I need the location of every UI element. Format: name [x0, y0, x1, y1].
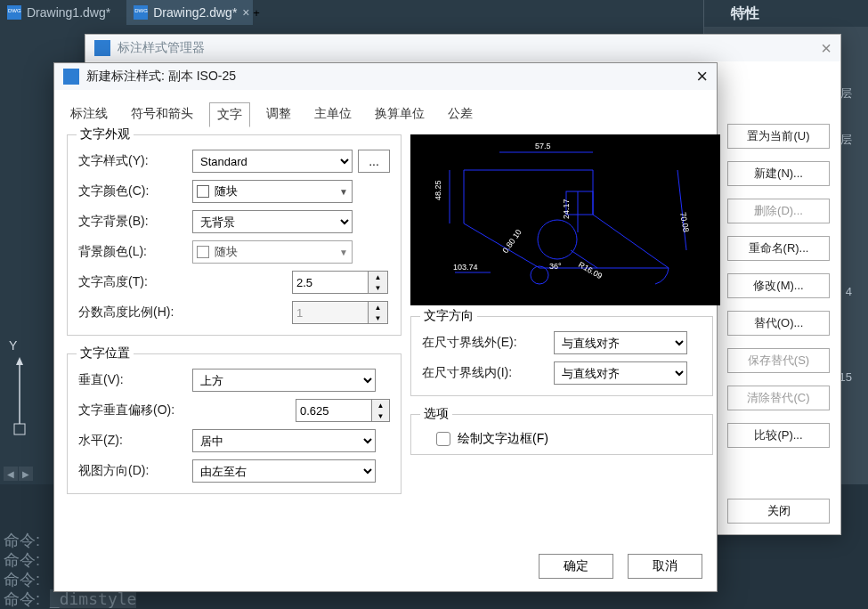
spin-up-icon[interactable]: ▲: [372, 400, 389, 410]
close-icon[interactable]: ×: [696, 65, 708, 88]
svg-rect-2: [14, 424, 25, 434]
text-options-group: 选项 绘制文字边框(F): [410, 414, 713, 455]
dialog-title: 标注样式管理器: [118, 40, 205, 56]
text-background-select[interactable]: 无背景: [192, 210, 353, 233]
tab-symbols-arrows[interactable]: 符号和箭头: [124, 102, 200, 127]
tab-label: Drawing1.dwg*: [27, 5, 110, 20]
draw-text-border-label: 绘制文字边框(F): [458, 431, 548, 447]
rename-button[interactable]: 重命名(R)...: [727, 236, 830, 261]
bg-color-combo[interactable]: 随块 ▼: [192, 240, 353, 264]
outside-extline-select[interactable]: 与直线对齐: [554, 331, 687, 354]
close-icon[interactable]: ×: [821, 38, 831, 59]
dwg-icon: [134, 5, 148, 20]
tab-fit[interactable]: 调整: [259, 102, 298, 127]
dwg-icon: [7, 5, 21, 20]
text-style-label: 文字样式(Y):: [78, 153, 192, 169]
outside-extline-label: 在尺寸界线外(E):: [422, 335, 554, 351]
text-height-label: 文字高度(T):: [78, 274, 192, 290]
text-offset-label: 文字垂直偏移(O):: [78, 402, 221, 418]
view-direction-label: 视图方向(D):: [78, 463, 192, 479]
svg-line-9: [677, 170, 686, 250]
vertical-select[interactable]: 上方: [192, 369, 376, 392]
bg-color-label: 背景颜色(L):: [78, 244, 192, 260]
tab-text[interactable]: 文字: [209, 102, 250, 127]
text-offset-input[interactable]: [296, 399, 372, 422]
close-icon[interactable]: ×: [242, 5, 249, 20]
panel-header: 特性: [704, 0, 868, 27]
text-height-input[interactable]: [292, 271, 369, 294]
new-tab-button[interactable]: +: [253, 6, 260, 20]
tab-primary-units[interactable]: 主单位: [307, 102, 359, 127]
inside-extline-select[interactable]: 与直线对齐: [554, 361, 687, 385]
group-legend: 选项: [420, 406, 452, 422]
fraction-height-input: [292, 301, 369, 324]
dialog-title: 新建标注样式: 副本 ISO-25: [86, 69, 236, 85]
horizontal-select[interactable]: 居中: [192, 429, 376, 452]
svg-text:24.17: 24.17: [562, 199, 571, 219]
vertical-label: 垂直(V):: [78, 372, 192, 388]
tab-alt-units[interactable]: 换算单位: [368, 102, 432, 127]
text-style-browse-button[interactable]: ...: [358, 150, 390, 173]
ucs-axis: Y: [9, 338, 45, 444]
text-background-label: 文字背景(B):: [78, 214, 192, 230]
command-input[interactable]: 命令: _dimstyle: [0, 589, 868, 609]
tab-lines[interactable]: 标注线: [63, 102, 115, 127]
svg-text:36°: 36°: [549, 262, 562, 271]
close-button[interactable]: 关闭: [727, 499, 830, 524]
y-axis-label: Y: [9, 338, 45, 353]
tab-drawing2[interactable]: Drawing2.dwg* ×: [126, 0, 253, 25]
spin-down-icon[interactable]: ▼: [369, 282, 387, 293]
horizontal-label: 水平(Z):: [78, 433, 192, 449]
tab-label: Drawing2.dwg*: [153, 5, 237, 20]
tab-drawing1[interactable]: Drawing1.dwg*: [0, 0, 126, 25]
dialog-tabs: 标注线 符号和箭头 文字 调整 主单位 换算单位 公差: [54, 90, 717, 127]
modify-button[interactable]: 修改(M)...: [727, 273, 830, 298]
svg-text:70.08: 70.08: [678, 212, 691, 233]
svg-text:57.5: 57.5: [535, 142, 551, 150]
scroll-left-icon[interactable]: ◀: [4, 467, 18, 481]
compare-button[interactable]: 比较(P)...: [727, 423, 830, 448]
ok-button[interactable]: 确定: [539, 554, 613, 579]
svg-point-4: [531, 266, 548, 284]
clear-override-button[interactable]: 清除替代(C): [727, 386, 830, 410]
panel-title: 特性: [731, 4, 759, 23]
group-legend: 文字位置: [77, 345, 134, 361]
override-button[interactable]: 替代(O)...: [727, 311, 830, 336]
dialog-footer: 确定 取消: [539, 554, 702, 579]
save-override-button[interactable]: 保存替代(S): [727, 348, 830, 373]
delete-button[interactable]: 删除(D)...: [727, 199, 830, 223]
fraction-height-spinner: ▲▼: [292, 301, 390, 324]
group-legend: 文字方向: [420, 308, 477, 324]
svg-text:0.80 10: 0.80 10: [500, 228, 523, 255]
cancel-button[interactable]: 取消: [628, 554, 702, 579]
text-color-combo[interactable]: 随块 ▼: [192, 180, 353, 203]
text-offset-spinner[interactable]: ▲▼: [296, 399, 390, 422]
text-style-select[interactable]: Standard: [192, 150, 353, 173]
svg-marker-1: [16, 357, 23, 365]
fraction-height-label: 分数高度比例(H):: [78, 304, 192, 321]
tab-tolerances[interactable]: 公差: [441, 102, 480, 127]
spin-down-icon: ▼: [369, 313, 387, 323]
set-current-button[interactable]: 置为当前(U): [727, 124, 830, 149]
spin-down-icon[interactable]: ▼: [372, 410, 389, 421]
dimension-preview: 57.5 48.25 24.17 70.08 103.74 R16.09 0.8…: [410, 134, 720, 305]
scroll-right-icon[interactable]: ▶: [19, 467, 33, 481]
svg-text:103.74: 103.74: [453, 263, 478, 272]
draw-text-border-checkbox[interactable]: [436, 432, 450, 446]
text-direction-group: 文字方向 在尺寸界线外(E): 与直线对齐 在尺寸界线内(I): 与直线对齐: [410, 316, 713, 396]
chevron-down-icon: ▼: [339, 187, 348, 197]
new-button[interactable]: 新建(N)...: [727, 161, 830, 186]
text-appearance-group: 文字外观 文字样式(Y): Standard ... 文字颜色(C): 随块 ▼: [67, 134, 402, 336]
text-color-label: 文字颜色(C):: [78, 183, 192, 199]
titlebar: 标注样式管理器 ×: [85, 35, 840, 61]
titlebar: 新建标注样式: 副本 ISO-25 ×: [54, 63, 717, 90]
spin-up-icon[interactable]: ▲: [369, 272, 387, 282]
text-height-spinner[interactable]: ▲▼: [292, 271, 390, 294]
spin-up-icon: ▲: [369, 302, 387, 313]
color-swatch: [197, 185, 209, 198]
svg-text:48.25: 48.25: [434, 180, 442, 200]
group-legend: 文字外观: [77, 126, 134, 142]
view-direction-select[interactable]: 由左至右: [192, 459, 376, 483]
svg-point-3: [538, 220, 577, 259]
scroll-arrows: ◀ ▶: [4, 467, 34, 481]
